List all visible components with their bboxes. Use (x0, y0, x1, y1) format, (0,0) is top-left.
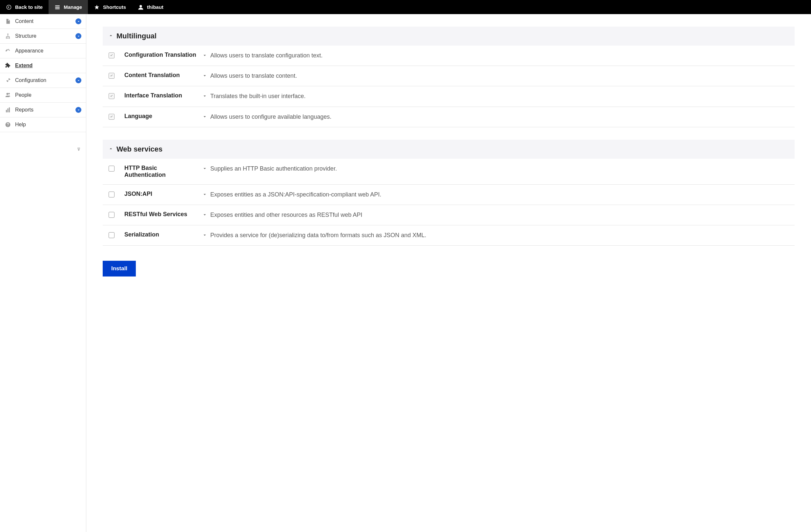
shortcuts-label: Shortcuts (103, 4, 126, 10)
help-icon (4, 121, 11, 128)
chevron-down-icon[interactable] (202, 74, 207, 79)
svg-point-0 (6, 5, 11, 9)
module-description: Allows users to configure available lang… (210, 113, 331, 121)
module-name: Language (119, 113, 198, 120)
module-description: Exposes entities as a JSON:API-specifica… (210, 191, 381, 199)
module-description: Exposes entities and other resources as … (210, 211, 362, 219)
module-section: Web services HTTP Basic Authentication S… (103, 140, 795, 246)
sidebar-item-reports[interactable]: Reports (0, 103, 86, 118)
star-icon (94, 4, 100, 10)
sidebar-item-label: Extend (15, 63, 81, 68)
collapse-sidebar-icon[interactable] (76, 147, 81, 154)
svg-rect-3 (55, 8, 60, 9)
module-name: Interface Translation (119, 92, 198, 99)
svg-rect-11 (6, 110, 7, 112)
appearance-icon (4, 48, 11, 54)
module-name: Serialization (119, 231, 198, 238)
reports-icon (4, 107, 11, 113)
chevron-down-icon[interactable] (202, 192, 207, 198)
svg-rect-16 (77, 148, 80, 148)
module-name: Content Translation (119, 72, 198, 79)
person-icon (138, 4, 144, 10)
module-section: Multilingual Configuration Translation A… (103, 27, 795, 127)
section-title: Multilingual (117, 32, 156, 40)
install-button[interactable]: Install (103, 261, 136, 277)
sidebar-item-extend[interactable]: Extend (0, 58, 86, 73)
menu-icon (55, 4, 60, 10)
svg-rect-1 (55, 5, 60, 6)
arrow-left-icon (6, 4, 12, 10)
chevron-down-icon[interactable] (75, 77, 81, 83)
sidebar-item-people[interactable]: People (0, 88, 86, 103)
chevron-down-icon[interactable] (202, 94, 207, 100)
module-checkbox[interactable] (109, 114, 114, 120)
svg-point-10 (9, 93, 10, 94)
user-button[interactable]: thibaut (132, 0, 169, 14)
main-content: Multilingual Configuration Translation A… (86, 14, 811, 532)
sidebar-item-content[interactable]: Content (0, 14, 86, 29)
manage-button[interactable]: Manage (48, 0, 88, 14)
sidebar-item-label: Structure (15, 33, 72, 39)
back-label: Back to site (15, 4, 43, 10)
module-description: Allows users to translate content. (210, 72, 297, 80)
sidebar-item-label: People (15, 92, 81, 98)
module-description: Translates the built-in user interface. (210, 92, 305, 100)
svg-rect-2 (55, 7, 60, 7)
svg-rect-13 (9, 108, 10, 112)
chevron-down-icon[interactable] (75, 18, 81, 24)
svg-rect-8 (9, 38, 10, 39)
module-row: JSON:API Exposes entities as a JSON:API-… (103, 185, 795, 205)
module-name: HTTP Basic Authentication (119, 165, 198, 178)
section-header[interactable]: Web services (103, 140, 795, 159)
module-checkbox[interactable] (109, 191, 114, 198)
structure-icon (4, 33, 11, 40)
svg-rect-12 (7, 109, 9, 112)
module-row: Content Translation Allows users to tran… (103, 66, 795, 86)
module-row: HTTP Basic Authentication Supplies an HT… (103, 159, 795, 185)
people-icon (4, 92, 11, 98)
sidebar-item-configuration[interactable]: Configuration (0, 73, 86, 88)
chevron-down-icon[interactable] (202, 166, 207, 172)
module-description: Allows users to translate configuration … (210, 51, 322, 60)
section-header[interactable]: Multilingual (103, 27, 795, 46)
sidebar-item-label: Help (15, 122, 81, 128)
module-description: Supplies an HTTP Basic authentication pr… (210, 165, 337, 173)
sidebar-item-label: Configuration (15, 77, 72, 83)
svg-rect-5 (7, 34, 9, 35)
module-row: RESTful Web Services Exposes entities an… (103, 205, 795, 225)
sidebar-item-structure[interactable]: Structure (0, 29, 86, 44)
module-name: JSON:API (119, 191, 198, 198)
manage-label: Manage (64, 4, 82, 10)
chevron-down-icon[interactable] (202, 213, 207, 218)
module-description: Provides a service for (de)serializing d… (210, 231, 426, 239)
svg-point-4 (139, 5, 142, 7)
shortcuts-button[interactable]: Shortcuts (88, 0, 132, 14)
chevron-down-icon[interactable] (202, 114, 207, 120)
page-icon (4, 18, 11, 25)
chevron-up-icon (109, 146, 113, 152)
chevron-down-icon[interactable] (202, 53, 207, 59)
section-title: Web services (117, 145, 163, 154)
admin-toolbar: Back to site Manage Shortcuts thibaut (0, 0, 811, 14)
chevron-down-icon[interactable] (202, 233, 207, 239)
sidebar-item-appearance[interactable]: Appearance (0, 44, 86, 58)
module-checkbox[interactable] (109, 166, 114, 172)
module-checkbox[interactable] (109, 93, 114, 99)
module-row: Configuration Translation Allows users t… (103, 46, 795, 66)
module-checkbox[interactable] (109, 73, 114, 79)
admin-sidebar: Content Structure Appearance Extend Conf… (0, 14, 86, 532)
chevron-down-icon[interactable] (75, 107, 81, 113)
back-to-site-button[interactable]: Back to site (0, 0, 48, 14)
chevron-down-icon[interactable] (75, 33, 81, 39)
module-row: Interface Translation Translates the bui… (103, 86, 795, 107)
module-checkbox[interactable] (109, 52, 114, 58)
module-checkbox[interactable] (109, 232, 114, 238)
svg-rect-7 (7, 38, 9, 39)
module-name: RESTful Web Services (119, 211, 198, 218)
module-checkbox[interactable] (109, 212, 114, 218)
sidebar-item-help[interactable]: Help (0, 118, 86, 132)
chevron-up-icon (109, 33, 113, 39)
config-icon (4, 77, 11, 84)
user-label: thibaut (147, 4, 163, 10)
sidebar-item-label: Appearance (15, 48, 81, 54)
